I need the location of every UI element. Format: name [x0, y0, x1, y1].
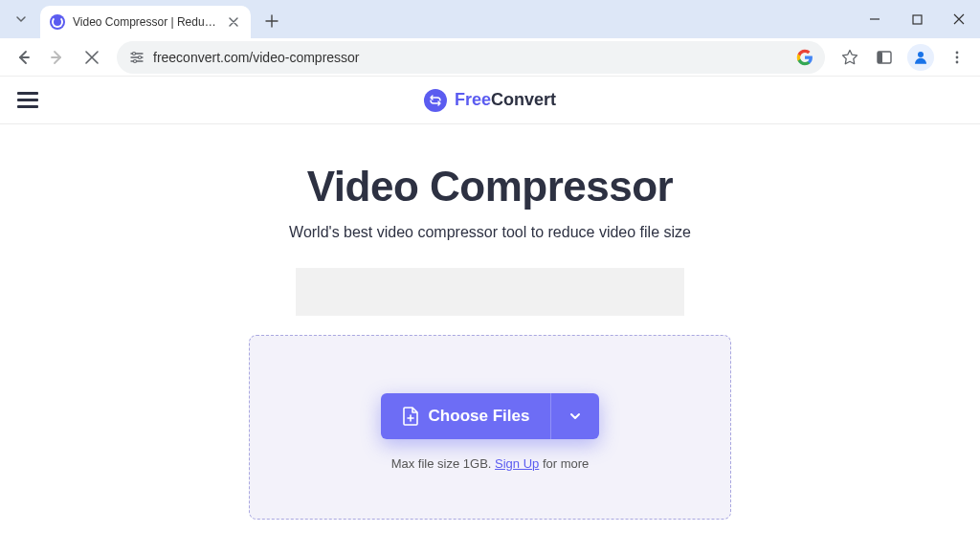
logo-icon: [424, 89, 447, 112]
browser-menu-button[interactable]: [942, 42, 972, 73]
nav-back-button[interactable]: [8, 42, 38, 73]
svg-point-8: [956, 55, 959, 58]
url-text: freeconvert.com/video-compressor: [153, 50, 796, 65]
window-maximize-button[interactable]: [896, 0, 938, 38]
main-content: Video Compressor World's best video comp…: [0, 124, 980, 520]
max-size-suffix: for more: [539, 456, 589, 471]
svg-rect-0: [913, 15, 922, 24]
logo-text: FreeConvert: [455, 90, 556, 110]
ad-placeholder: [296, 268, 684, 316]
svg-point-1: [133, 52, 136, 55]
arrow-right-icon: [49, 49, 66, 66]
tab-favicon-icon: [50, 14, 65, 30]
browser-toolbar: freeconvert.com/video-compressor: [0, 38, 980, 77]
kebab-icon: [949, 50, 965, 65]
browser-tab-active[interactable]: Video Compressor | Reduce V: [40, 6, 251, 38]
convert-icon: [429, 94, 442, 107]
arrow-left-icon: [14, 49, 32, 66]
page-title: Video Compressor: [0, 163, 980, 211]
svg-point-6: [918, 52, 924, 57]
window-controls: [854, 0, 980, 38]
minimize-icon: [869, 13, 880, 25]
page-subtitle: World's best video compressor tool to re…: [0, 224, 980, 241]
address-bar[interactable]: freeconvert.com/video-compressor: [117, 41, 825, 74]
plus-icon: [265, 14, 278, 28]
logo-text-free: Free: [455, 90, 491, 109]
max-size-note: Max file size 1GB. Sign Up for more: [269, 456, 711, 471]
side-panel-icon: [876, 49, 893, 66]
chevron-down-icon: [15, 13, 27, 25]
tab-close-button[interactable]: [226, 14, 241, 30]
window-minimize-button[interactable]: [854, 0, 896, 38]
file-add-icon: [402, 407, 419, 426]
signup-link[interactable]: Sign Up: [495, 456, 539, 471]
logo-text-convert: Convert: [491, 90, 556, 109]
tab-title: Video Compressor | Reduce V: [73, 15, 220, 29]
person-icon: [912, 49, 929, 66]
close-icon: [953, 13, 965, 25]
svg-rect-5: [878, 52, 882, 63]
site-logo[interactable]: FreeConvert: [424, 89, 556, 112]
svg-point-2: [139, 55, 142, 58]
nav-stop-button[interactable]: [77, 42, 107, 73]
site-info-button[interactable]: [128, 49, 145, 66]
hamburger-line-icon: [17, 92, 38, 95]
choose-files-dropdown-button[interactable]: [550, 393, 599, 439]
choose-files-button[interactable]: Choose Files: [381, 393, 551, 439]
close-icon: [229, 17, 238, 27]
bookmark-button[interactable]: [835, 42, 865, 73]
profile-button[interactable]: [907, 44, 934, 71]
close-icon: [85, 51, 99, 64]
tab-search-dropdown[interactable]: [6, 4, 36, 34]
max-size-prefix: Max file size 1GB.: [391, 456, 495, 471]
new-tab-button[interactable]: [258, 8, 285, 34]
star-icon: [841, 49, 858, 66]
hamburger-line-icon: [17, 105, 38, 108]
site-header: FreeConvert: [0, 77, 980, 124]
tune-icon: [128, 49, 145, 66]
svg-point-7: [956, 51, 959, 54]
choose-files-label: Choose Files: [429, 407, 530, 426]
google-icon: [796, 49, 813, 66]
chevron-down-icon: [568, 410, 582, 423]
side-panel-button[interactable]: [869, 42, 900, 73]
file-dropzone[interactable]: Choose Files Max file size 1GB. Sign Up …: [249, 335, 731, 520]
browser-tab-strip: Video Compressor | Reduce V: [0, 0, 980, 38]
svg-point-9: [956, 60, 959, 63]
hamburger-line-icon: [17, 99, 38, 101]
maximize-icon: [912, 14, 923, 25]
svg-point-3: [134, 59, 137, 62]
choose-files-group: Choose Files: [381, 393, 600, 439]
hamburger-menu-button[interactable]: [17, 92, 38, 108]
nav-forward-button[interactable]: [42, 42, 73, 73]
window-close-button[interactable]: [938, 0, 980, 38]
